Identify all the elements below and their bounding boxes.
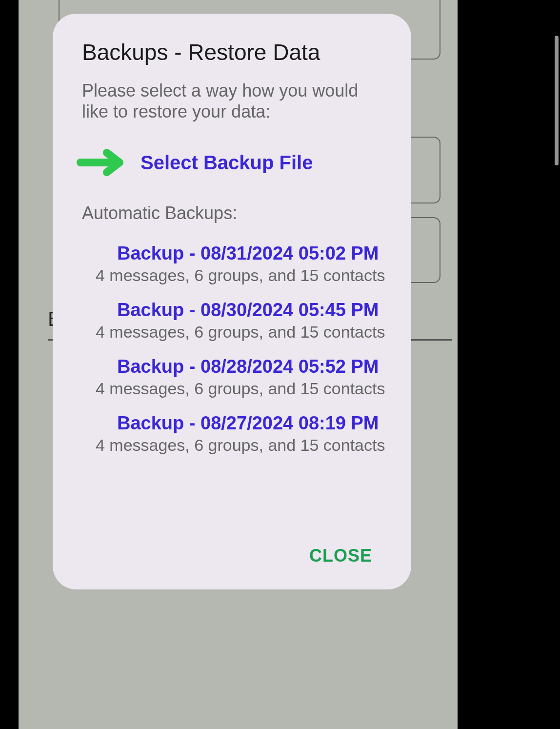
backup-item-details: 4 messages, 6 groups, and 15 contacts [96,379,392,398]
backup-item-title: Backup - 08/30/2024 05:45 PM [96,300,392,321]
backup-item-details: 4 messages, 6 groups, and 15 contacts [96,323,392,342]
dialog-actions: CLOSE [82,540,392,572]
backup-item-details: 4 messages, 6 groups, and 15 contacts [96,266,392,285]
select-backup-file-button[interactable]: Select Backup File [75,145,392,180]
select-file-link-label: Select Backup File [140,152,313,174]
restore-data-dialog: Backups - Restore Data Please select a w… [53,14,411,589]
backup-item-title: Backup - 08/27/2024 08:19 PM [96,413,392,434]
backup-list-item[interactable]: Backup - 08/31/2024 05:02 PM 4 messages,… [96,243,392,285]
backup-list-item[interactable]: Backup - 08/30/2024 05:45 PM 4 messages,… [96,300,392,342]
backup-list-item[interactable]: Backup - 08/28/2024 05:52 PM 4 messages,… [96,356,392,398]
backup-list-item[interactable]: Backup - 08/27/2024 08:19 PM 4 messages,… [96,413,392,455]
backup-item-title: Backup - 08/31/2024 05:02 PM [96,243,392,264]
automatic-backups-heading: Automatic Backups: [82,203,392,223]
arrow-right-icon [75,145,129,180]
close-button[interactable]: CLOSE [300,540,382,572]
dialog-title: Backups - Restore Data [82,39,392,65]
backup-item-details: 4 messages, 6 groups, and 15 contacts [96,436,392,455]
backup-item-title: Backup - 08/28/2024 05:52 PM [96,356,392,377]
dialog-subtitle: Please select a way how you would like t… [82,80,392,122]
backup-list: Backup - 08/31/2024 05:02 PM 4 messages,… [82,243,392,455]
